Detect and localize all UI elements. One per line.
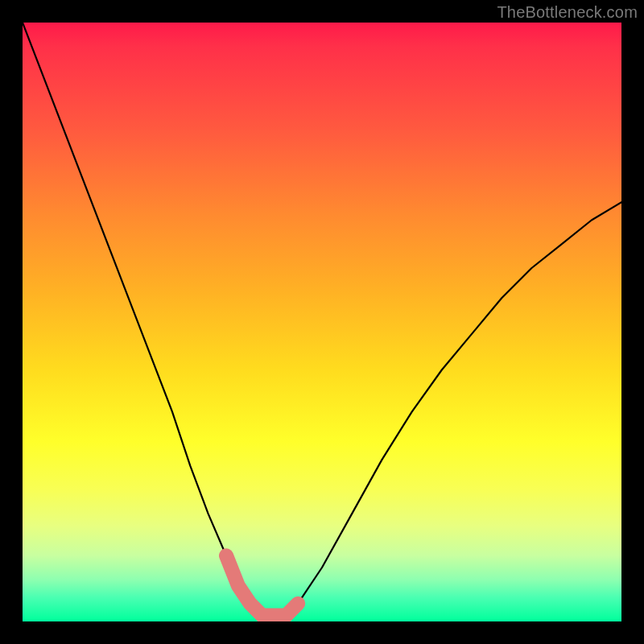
curve-overlay <box>23 23 621 621</box>
bottleneck-curve <box>23 23 621 616</box>
watermark-text: TheBottleneck.com <box>497 3 638 22</box>
chart-frame: TheBottleneck.com <box>0 0 644 644</box>
plot-area <box>23 23 621 621</box>
highlight-range <box>226 555 298 615</box>
